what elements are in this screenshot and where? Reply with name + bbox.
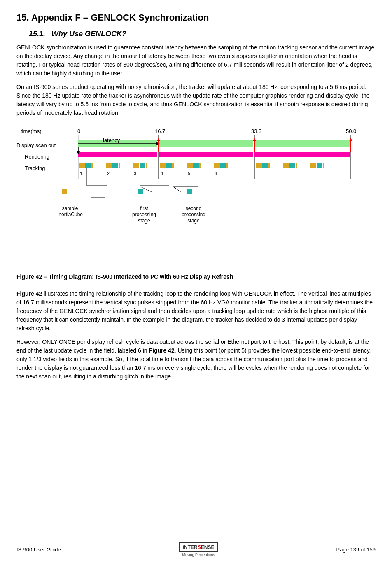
body-paragraph-2: However, ONLY ONCE per display refresh c… xyxy=(16,338,376,381)
page-footer: IS-900 User Guide INTERSENSE Moving Perc… xyxy=(0,542,392,557)
chapter-title: 15. Appendix F – GENLOCK Synchronization xyxy=(16,12,376,23)
legend-sample-label-1: sample xyxy=(62,205,78,211)
display-bar-3 xyxy=(254,140,350,147)
section-title: 15.1. Why Use GENLOCK? xyxy=(29,30,376,38)
track-seg-5b xyxy=(193,163,199,168)
track-seg-7b xyxy=(262,163,268,168)
track-seg-1b xyxy=(85,163,91,168)
track-seg-7c xyxy=(268,163,270,168)
sync-arrow-2-head xyxy=(253,138,256,141)
track-seg-2a xyxy=(106,163,112,168)
track-seg-4a xyxy=(160,163,166,168)
num-2: 2 xyxy=(107,171,110,176)
track-seg-8c xyxy=(296,163,297,168)
legend-first-label-2: processing xyxy=(132,212,156,217)
figure-caption: Figure 42 – Timing Diagram: IS-900 Inter… xyxy=(16,273,376,281)
num-5: 5 xyxy=(188,171,190,176)
track-seg-1c xyxy=(91,163,93,168)
track-seg-6a xyxy=(214,163,220,168)
legend-second-label-3: stage xyxy=(187,218,200,224)
sync-arrow-1-head xyxy=(157,138,160,141)
time-500: 50.0 xyxy=(346,128,356,134)
track-seg-3b xyxy=(140,163,145,168)
swatch-first xyxy=(138,189,143,194)
track-seg-6c xyxy=(226,163,228,168)
num-4: 4 xyxy=(161,171,163,176)
track-seg-6b xyxy=(220,163,226,168)
footer-left: IS-900 User Guide xyxy=(16,546,61,553)
swatch-second xyxy=(187,189,192,194)
track-seg-3a xyxy=(133,163,139,168)
num-6: 6 xyxy=(215,171,217,176)
time-167: 16.7 xyxy=(155,128,165,134)
footer-logo: INTERSENSE Moving Perceptions xyxy=(179,542,219,557)
paragraph-2: On an IS-900 series product operating wi… xyxy=(16,83,376,117)
num-1: 1 xyxy=(80,171,82,176)
figure-ref-2: Figure 42 xyxy=(149,347,174,354)
legend-sample-label-2: InertiaCube xyxy=(57,212,83,217)
footer-right: Page 139 of 159 xyxy=(336,546,376,553)
legend-line-second xyxy=(173,187,181,192)
rendering-bar-2 xyxy=(159,152,253,157)
track-seg-4c xyxy=(172,163,174,168)
label-rendering: Rendering xyxy=(25,154,49,160)
legend-first-label-3: stage xyxy=(138,218,150,224)
body-paragraph-1: Figure 42 illustrates the timing relatio… xyxy=(16,290,376,333)
track-seg-4b xyxy=(166,163,172,168)
track-seg-3c xyxy=(146,163,147,168)
rendering-bar-3 xyxy=(254,152,350,157)
num-3: 3 xyxy=(134,171,136,176)
display-bar-2 xyxy=(159,140,253,147)
track-seg-9c xyxy=(323,163,324,168)
label-tracking: Tracking xyxy=(25,165,45,171)
track-seg-1a xyxy=(79,163,85,168)
legend-second-label-1: second xyxy=(186,205,202,211)
track-seg-8b xyxy=(289,163,295,168)
swatch-sample xyxy=(62,189,67,194)
time-0: 0 xyxy=(77,128,80,134)
track-seg-9b xyxy=(317,163,322,168)
track-seg-2b xyxy=(112,163,118,168)
diagram-svg: time(ms) 0 16.7 33.3 50.0 Display scan o… xyxy=(16,126,375,266)
time-label: time(ms) xyxy=(21,128,42,134)
track-seg-2c xyxy=(119,163,120,168)
logo-text: INTERSENSE xyxy=(179,542,219,552)
track-seg-5a xyxy=(187,163,193,168)
sync-arrow-3-head xyxy=(349,138,352,141)
legend-second-label-2: processing xyxy=(182,212,205,217)
track-seg-7a xyxy=(256,163,262,168)
legend-first-label-1: first xyxy=(140,205,148,211)
track-seg-8a xyxy=(283,163,289,168)
logo-sub: Moving Perceptions xyxy=(182,553,215,557)
rendering-bar-1 xyxy=(78,152,157,157)
latency-label: latency xyxy=(103,137,120,143)
timing-diagram: time(ms) 0 16.7 33.3 50.0 Display scan o… xyxy=(16,126,376,267)
label-display: Display scan out xyxy=(16,142,56,148)
track-seg-5c xyxy=(199,163,201,168)
figure-ref-1: Figure 42 xyxy=(16,290,42,297)
paragraph-1: GENLOCK synchronization is used to guara… xyxy=(16,43,376,78)
time-333: 33.3 xyxy=(251,128,261,134)
track-seg-9a xyxy=(310,163,316,168)
